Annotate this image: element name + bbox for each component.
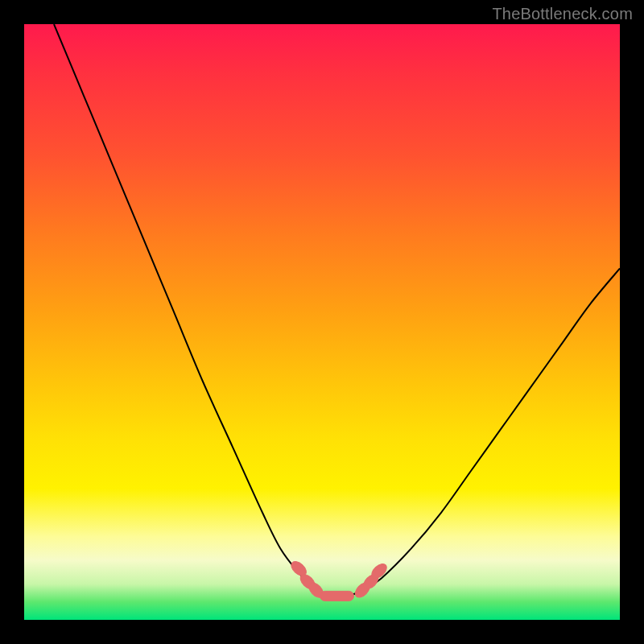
curve-marker bbox=[320, 591, 354, 601]
markers-group bbox=[289, 559, 390, 601]
curve-path bbox=[54, 24, 620, 597]
plot-area bbox=[24, 24, 620, 620]
watermark-text: TheBottleneck.com bbox=[492, 5, 633, 23]
bottleneck-curve bbox=[24, 24, 620, 620]
outer-frame: TheBottleneck.com bbox=[0, 0, 644, 644]
